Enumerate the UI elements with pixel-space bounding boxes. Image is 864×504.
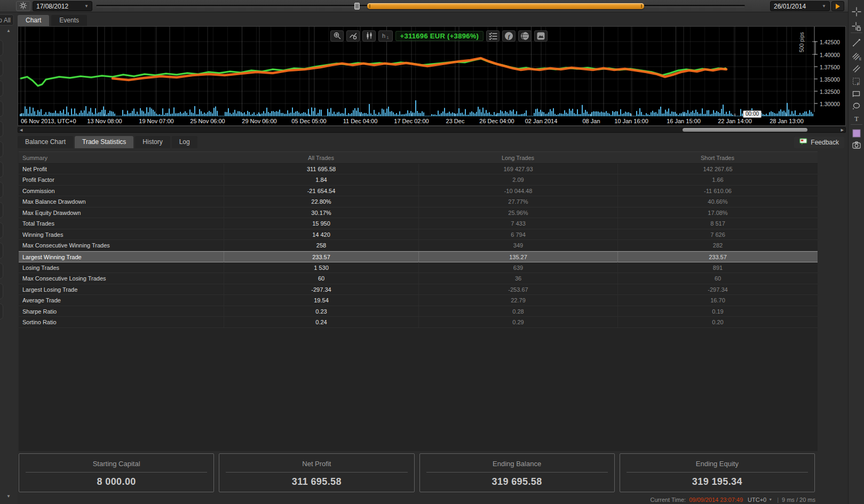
current-time-label: Current Time: xyxy=(651,497,686,503)
rectangle-icon[interactable] xyxy=(851,89,862,99)
hidden-panel-button xyxy=(0,141,3,157)
hidden-panel-button xyxy=(0,283,3,299)
card-value: 8 000.00 xyxy=(19,476,213,487)
long-trades-value: 6 794 xyxy=(418,229,617,240)
table-row[interactable]: Losing Trades1 530639891 xyxy=(19,262,818,273)
ellipse-icon[interactable] xyxy=(851,101,862,111)
price-chart-panel[interactable]: h1+311696 EUR (+3896%)f 1.425001.400001.… xyxy=(18,26,846,126)
price-axis-label: 1.42500 xyxy=(820,39,845,45)
card-title: Ending Balance xyxy=(420,460,614,468)
price-axis-label: 1.32500 xyxy=(820,89,845,95)
grid-pattern-icon[interactable]: F xyxy=(851,76,862,87)
table-row[interactable]: Max Consecutive Winning Trades258349282 xyxy=(19,240,818,251)
text-tool-icon[interactable]: T xyxy=(851,113,862,124)
table-row[interactable]: Commission-21 654.54-10 044.48-11 610.06 xyxy=(19,186,818,196)
short-trades-value: 16.70 xyxy=(617,295,818,306)
fibonacci-icon[interactable]: E xyxy=(851,51,862,62)
crosshair-plus-icon[interactable] xyxy=(851,6,862,17)
scroll-left-arrow[interactable]: ◀ xyxy=(20,127,22,133)
tab-history[interactable]: History xyxy=(135,136,170,148)
trade-statistics-table: SummaryAll TradesLong TradesShort Trades… xyxy=(19,151,818,451)
chevron-down-icon: ▼ xyxy=(84,4,89,9)
time-axis-label: 06 Nov 2013, UTC+0 xyxy=(21,118,76,124)
hidden-panel-button xyxy=(0,60,3,76)
crosshair-square-icon[interactable] xyxy=(851,21,862,32)
top-bar: 17/08/2012 ▼ 26/01/2014 ▼ xyxy=(0,0,848,12)
column-header: Short Trades xyxy=(617,152,818,164)
time-axis-label: 08 Jan xyxy=(582,118,600,124)
long-trades-value: 0.29 xyxy=(418,317,617,327)
summary-cards: Starting Capital8 000.00Net Profit311 69… xyxy=(19,453,815,492)
long-trades-value: -10 044.48 xyxy=(418,186,617,196)
profit-loss-readout: +311696 EUR (+3896%) xyxy=(395,31,484,41)
table-row[interactable]: Sortino Ratio0.240.290.20 xyxy=(19,317,818,327)
tab-events[interactable]: Events xyxy=(51,15,87,26)
table-row[interactable]: Max Balance Drawdown22.80%27.77%40.66% xyxy=(19,196,818,207)
function-icon[interactable]: f xyxy=(502,30,516,42)
settings-gear-button[interactable] xyxy=(16,1,30,11)
pips-scale-label: 500 pips xyxy=(794,45,810,52)
current-time-value: 09/09/2014 23:07:49 xyxy=(689,497,743,503)
camera-icon[interactable] xyxy=(851,140,862,150)
table-row[interactable]: Max Consecutive Losing Trades603660 xyxy=(19,273,818,284)
parallel-lines-icon[interactable] xyxy=(851,63,862,74)
checklist-icon[interactable] xyxy=(486,30,500,42)
chart-settings-icon[interactable] xyxy=(346,30,360,42)
scroll-up-arrow[interactable]: ▲ xyxy=(5,28,12,34)
hidden-panel-button xyxy=(0,303,3,319)
time-slider-selected-range[interactable] xyxy=(367,3,644,9)
trendline-icon[interactable] xyxy=(851,37,862,48)
table-row[interactable]: Net Profit311 695.58169 427.93142 267.65 xyxy=(19,164,818,174)
time-slider-handle[interactable] xyxy=(354,3,360,10)
timezone-dropdown[interactable]: UTC+0 ▼ xyxy=(746,497,774,503)
end-date-select[interactable]: 26/01/2014 ▼ xyxy=(770,1,830,11)
candlestick-icon[interactable] xyxy=(362,30,376,42)
table-row[interactable]: Largest Losing Trade-297.34-253.67-297.3… xyxy=(19,284,818,295)
color-swatch[interactable] xyxy=(851,128,862,139)
card-title: Starting Capital xyxy=(19,460,213,468)
long-trades-value: -253.67 xyxy=(418,284,617,295)
time-axis-label: 19 Nov 07:00 xyxy=(139,118,173,124)
column-header: All Trades xyxy=(224,152,418,164)
time-axis-label: 29 Nov 06:00 xyxy=(242,118,276,124)
card-divider xyxy=(226,472,407,473)
tab-log[interactable]: Log xyxy=(172,136,197,148)
scroll-right-arrow[interactable]: ▶ xyxy=(841,127,844,133)
long-trades-value: 2.09 xyxy=(418,174,617,185)
all-trades-value: 0.23 xyxy=(224,306,418,317)
all-trades-value: 258 xyxy=(224,240,418,251)
row-label: Total Trades xyxy=(19,218,224,229)
chart-horizontal-scrollbar[interactable]: ◀ ▶ xyxy=(18,127,846,133)
timeframe-selector[interactable]: h1 xyxy=(378,30,393,42)
snapshot-icon[interactable] xyxy=(534,30,548,42)
scrollbar-thumb[interactable] xyxy=(683,128,807,132)
row-label: Sharpe Ratio xyxy=(19,306,224,317)
partial-all-button[interactable]: o All xyxy=(0,14,14,26)
table-row[interactable]: Average Trade19.5422.7916.70 xyxy=(19,295,818,306)
all-trades-value: 1.84 xyxy=(224,174,418,185)
tab-balance-chart[interactable]: Balance Chart xyxy=(18,136,73,148)
table-row[interactable]: Largest Winning Trade233.57135.27233.57 xyxy=(19,251,818,262)
tab-chart[interactable]: Chart xyxy=(18,15,49,26)
row-label: Commission xyxy=(19,186,224,196)
table-row[interactable]: Profit Factor1.842.091.66 xyxy=(19,174,818,185)
globe-icon[interactable] xyxy=(518,30,532,42)
all-trades-value: 15 950 xyxy=(224,218,418,229)
feedback-button[interactable]: Feedback xyxy=(794,137,844,148)
toolbar-divider xyxy=(851,124,862,125)
start-date-select[interactable]: 17/08/2012 ▼ xyxy=(33,1,92,11)
time-axis-label: 02 Jan 2014 xyxy=(525,118,558,124)
chevron-down-icon: ▼ xyxy=(822,4,826,9)
zoom-in-icon[interactable] xyxy=(330,30,344,42)
table-row[interactable]: Max Equity Drawdown30.17%25.96%17.08% xyxy=(19,207,818,218)
feedback-icon xyxy=(799,138,807,147)
scroll-down-arrow[interactable]: ▼ xyxy=(5,493,12,500)
short-trades-value: 1.66 xyxy=(617,174,818,185)
table-row[interactable]: Total Trades15 9507 4338 517 xyxy=(19,218,818,229)
table-row[interactable]: Sharpe Ratio0.230.280.19 xyxy=(19,306,818,317)
table-row[interactable]: Winning Trades14 4206 7947 626 xyxy=(19,229,818,240)
play-button[interactable] xyxy=(831,1,844,11)
card-divider xyxy=(426,472,608,473)
tab-trade-statistics[interactable]: Trade Statistics xyxy=(75,136,133,148)
long-trades-value: 0.28 xyxy=(418,306,617,317)
